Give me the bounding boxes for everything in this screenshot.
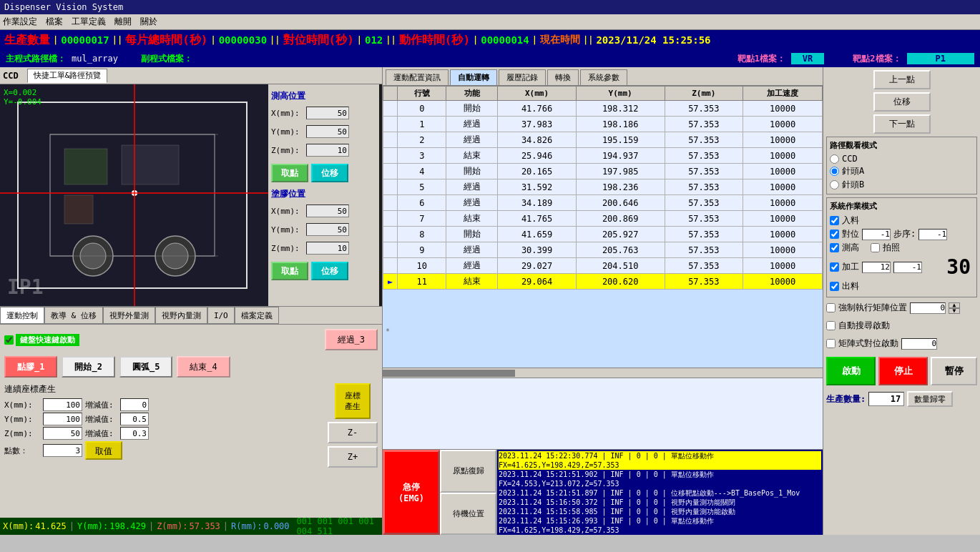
measure-x-input[interactable] bbox=[306, 107, 349, 119]
mtab-motion[interactable]: 運動控制 bbox=[0, 307, 44, 324]
btn-pause[interactable]: 暫停 bbox=[931, 357, 977, 385]
btn-zplus[interactable]: Z+ bbox=[328, 446, 378, 468]
mtab-io[interactable]: I/O bbox=[207, 307, 235, 324]
auto-search-checkbox[interactable] bbox=[826, 321, 836, 330]
measure-y-input[interactable] bbox=[306, 125, 349, 138]
keyboard-enable-checkbox[interactable] bbox=[4, 335, 14, 345]
check-measure[interactable] bbox=[830, 243, 839, 252]
apply-get-btn[interactable]: 取點 bbox=[271, 262, 308, 280]
row-z: 57.353 bbox=[665, 132, 743, 148]
force-checkbox[interactable] bbox=[826, 303, 836, 312]
scrollbar-track[interactable] bbox=[383, 370, 823, 377]
radio-needle-a[interactable] bbox=[830, 167, 839, 176]
btn-recovery[interactable]: 原點復歸 bbox=[440, 450, 496, 493]
btn-count-reset[interactable]: 數量歸零 bbox=[907, 391, 953, 407]
cg-x-input[interactable] bbox=[43, 398, 82, 411]
row-x: 31.592 bbox=[498, 179, 577, 195]
matrix-align-checkbox[interactable] bbox=[826, 339, 836, 348]
btn-next-point[interactable]: 下一點 bbox=[873, 114, 931, 134]
log-message: 2023.11.24 15:15:26.993 | INF | 0 | 0 | … bbox=[499, 516, 821, 535]
check-align[interactable] bbox=[830, 230, 839, 239]
check-output[interactable] bbox=[830, 282, 839, 291]
table-header-row: 行號 功能 X(mm) Y(mm) Z(mm) 加工速度 bbox=[383, 87, 823, 101]
keyboard-enable-label[interactable]: 鍵盤快速鍵啟動 bbox=[4, 334, 79, 346]
force-spin-down[interactable]: ▼ bbox=[949, 308, 960, 314]
btn-end4[interactable]: 結束_4 bbox=[177, 356, 230, 378]
target1-label: 靶點1檔案： bbox=[738, 53, 785, 65]
cg-x-inc-input[interactable] bbox=[120, 398, 149, 411]
step-value-input[interactable] bbox=[918, 229, 947, 240]
path-radio-needle-a[interactable]: 針頭A bbox=[830, 165, 974, 177]
cg-z-inc-input[interactable] bbox=[120, 427, 149, 440]
menu-workorder[interactable]: 工單定義 bbox=[72, 16, 106, 28]
menu-about[interactable]: 關於 bbox=[140, 16, 157, 28]
btn-start2[interactable]: 開始_2 bbox=[62, 356, 114, 378]
mtab-inner[interactable]: 視野內量測 bbox=[155, 307, 207, 324]
emergency-stop-btn[interactable]: 急停 (EMG) bbox=[383, 450, 440, 535]
process-val2-input[interactable] bbox=[893, 262, 922, 273]
check-process[interactable] bbox=[830, 262, 839, 272]
process-val1-input[interactable] bbox=[862, 262, 891, 273]
table-scrollbar[interactable] bbox=[383, 368, 823, 378]
apply-x-input[interactable] bbox=[306, 204, 349, 217]
menu-settings[interactable]: 作業設定 bbox=[3, 16, 37, 28]
cg-y-input[interactable] bbox=[43, 413, 82, 425]
btn-stop[interactable]: 停止 bbox=[878, 357, 928, 385]
apply-move-btn[interactable]: 位移 bbox=[311, 262, 348, 280]
menu-file[interactable]: 檔案 bbox=[46, 16, 63, 28]
mtab-file[interactable]: 檔案定義 bbox=[235, 307, 279, 324]
scrollbar-thumb[interactable] bbox=[383, 370, 515, 377]
apply-y-input[interactable] bbox=[306, 223, 349, 236]
cg-y-inc-input[interactable] bbox=[120, 413, 149, 425]
cg-z-input[interactable] bbox=[43, 427, 82, 440]
row-y: 200.620 bbox=[576, 274, 665, 290]
mtab-outer[interactable]: 視野外量測 bbox=[103, 307, 155, 324]
radio-ccd[interactable] bbox=[830, 154, 839, 164]
row-speed: 10000 bbox=[743, 274, 823, 290]
measure-z-input[interactable] bbox=[306, 144, 349, 157]
force-spin: ▲ ▼ bbox=[949, 302, 960, 314]
ttab-auto-run[interactable]: 自動運轉 bbox=[450, 69, 497, 85]
btn-move-point[interactable]: 位移 bbox=[873, 92, 931, 112]
log-message: 2023.11.24 15:21:51.897 | INF | 0 | 0 | … bbox=[499, 488, 821, 498]
btn-dot1[interactable]: 點膠_1 bbox=[4, 356, 57, 378]
ttab-motion-config[interactable]: 運動配置資訊 bbox=[386, 69, 449, 85]
sb-r-label: R(mm): bbox=[231, 521, 262, 531]
ttab-sys-params[interactable]: 系統參數 bbox=[580, 69, 627, 85]
btn-getval[interactable]: 取值 bbox=[85, 441, 122, 460]
ttab-history[interactable]: 履歷記錄 bbox=[499, 69, 546, 85]
measure-move-btn[interactable]: 位移 bbox=[311, 164, 348, 182]
btn-prev-point[interactable]: 上一點 bbox=[873, 70, 931, 89]
row-indicator bbox=[383, 101, 398, 117]
btn-zminus[interactable]: Z- bbox=[328, 422, 378, 443]
prod-count-row-value[interactable] bbox=[868, 392, 904, 406]
target2-label: 靶點2檔案： bbox=[853, 53, 901, 65]
th-speed: 加工速度 bbox=[743, 87, 823, 101]
table-row: 9 經過 30.399 205.763 57.353 10000 bbox=[383, 242, 823, 258]
cg-count-input[interactable] bbox=[43, 444, 82, 457]
radio-needle-b[interactable] bbox=[830, 180, 839, 189]
btn-standby[interactable]: 待機位置 bbox=[440, 493, 496, 536]
measure-get-btn[interactable]: 取點 bbox=[271, 164, 308, 182]
table-row: 7 結束 41.765 200.869 57.353 10000 bbox=[383, 211, 823, 227]
matrix-align-input[interactable] bbox=[901, 338, 937, 350]
table-scroll[interactable]: 行號 功能 X(mm) Y(mm) Z(mm) 加工速度 0 開始 41.766… bbox=[383, 86, 823, 325]
check-input[interactable] bbox=[830, 216, 839, 225]
menu-exit[interactable]: 離開 bbox=[114, 16, 132, 28]
force-value-input[interactable] bbox=[910, 302, 946, 314]
ccd-tab-preview[interactable]: 快捷工單&路徑預覽 bbox=[27, 69, 108, 83]
row-y: 200.646 bbox=[576, 195, 665, 211]
btn-gen[interactable]: 座標 產生 bbox=[335, 383, 371, 419]
path-radio-needle-b[interactable]: 針頭B bbox=[830, 179, 974, 191]
mtab-teach[interactable]: 教導 & 位移 bbox=[44, 307, 103, 324]
btn-arc5[interactable]: 圓弧_5 bbox=[119, 356, 172, 378]
ttab-convert[interactable]: 轉換 bbox=[547, 69, 579, 85]
apply-z-input[interactable] bbox=[306, 242, 349, 255]
row-func: 經過 bbox=[446, 179, 498, 195]
btn-pass3[interactable]: 經過_3 bbox=[325, 329, 378, 350]
btn-start[interactable]: 啟動 bbox=[826, 357, 876, 385]
path-radio-ccd[interactable]: CCD bbox=[830, 154, 974, 164]
check-photo[interactable] bbox=[871, 243, 880, 252]
align-value-input[interactable] bbox=[862, 229, 891, 240]
row-x: 20.165 bbox=[498, 164, 577, 179]
